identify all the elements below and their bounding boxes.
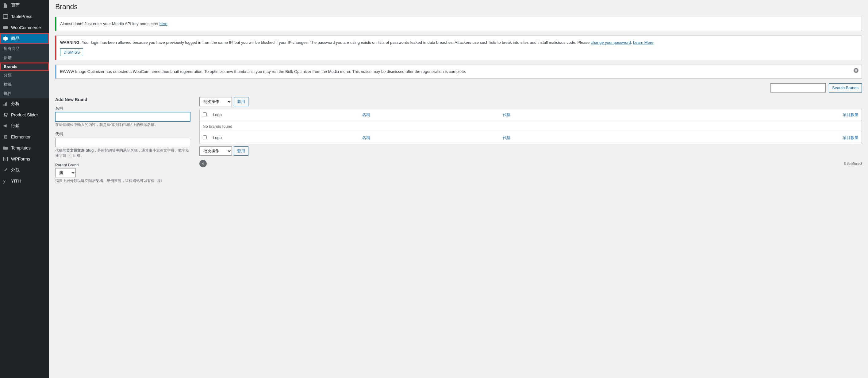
sidebar-item-label: YITH [11, 179, 21, 183]
svg-rect-6 [6, 102, 7, 106]
svg-rect-12 [5, 138, 7, 139]
sidebar-item-marketing[interactable]: 行銷 [0, 121, 49, 131]
folder-icon [2, 145, 8, 151]
brand-slug-input[interactable] [55, 138, 190, 147]
sidebar-item-pages[interactable]: 頁面 [0, 0, 49, 11]
notice-text: Almost done! Just enter your Metrilo API… [60, 22, 159, 26]
sidebar-item-yith[interactable]: y YITH [0, 175, 49, 186]
sidebar-item-elementor[interactable]: Elementor [0, 131, 49, 142]
name-label: 名稱 [55, 106, 190, 111]
change-password-link[interactable]: change your password [591, 40, 631, 45]
svg-rect-11 [5, 137, 7, 138]
submenu-brands[interactable]: Brands [0, 63, 49, 71]
sidebar-item-label: 外觀 [11, 167, 20, 173]
warning-prefix: WARNING: [60, 40, 81, 45]
notice-ewww: EWWW Image Optimizer has detected a WooC… [55, 65, 862, 79]
col-count-foot[interactable]: 項目數量 [842, 135, 859, 140]
form-title: Add New Brand [55, 97, 190, 102]
sidebar-item-label: Product Slider [11, 112, 38, 117]
brands-table: Logo 名稱 代稱 項目數量 No brands found Logo 名稱 … [199, 109, 862, 144]
yith-icon: y [2, 178, 8, 184]
woo-icon [2, 25, 8, 31]
learn-more-link[interactable]: Learn More [633, 40, 653, 45]
notice-warning: WARNING: Your login has been allowed bec… [55, 36, 862, 60]
sidebar-item-label: WooCommerce [11, 25, 41, 30]
cube-icon [2, 36, 8, 42]
parent-brand-select[interactable]: 無 [55, 168, 76, 177]
brush-icon [2, 167, 8, 173]
main-content: Brands Almost done! Just enter your Metr… [49, 0, 868, 378]
search-row: Search Brands [55, 83, 862, 93]
dismiss-button[interactable]: DISMISS [60, 48, 83, 56]
featured-count: 0 featured [844, 161, 862, 166]
megaphone-icon [2, 123, 8, 129]
search-input[interactable] [771, 83, 826, 93]
form-icon [2, 156, 8, 162]
submenu-tags[interactable]: 標籤 [0, 80, 49, 89]
svg-text:y: y [3, 179, 5, 183]
sidebar-item-label: 行銷 [11, 123, 20, 129]
table-icon [2, 13, 8, 20]
apply-button-top[interactable]: 套用 [234, 97, 248, 106]
sidebar-item-label: Elementor [11, 135, 31, 139]
sidebar-item-products[interactable]: 商品 [0, 33, 49, 44]
col-name[interactable]: 名稱 [362, 112, 370, 117]
elementor-icon [2, 134, 8, 140]
page-title: Brands [55, 0, 862, 12]
parent-label: Parent Brand [55, 163, 190, 167]
sidebar-item-label: WPForms [11, 157, 30, 162]
sidebar-item-label: TablePress [11, 14, 32, 19]
name-help: 在這個欄位中輸入的內容，就是這個項目在網站上的顯示名稱。 [55, 122, 190, 128]
ewww-text: EWWW Image Optimizer has detected a WooC… [60, 69, 858, 75]
apply-button-bottom[interactable]: 套用 [234, 146, 248, 156]
close-icon[interactable] [853, 67, 859, 73]
submenu-categories[interactable]: 分類 [0, 71, 49, 80]
sidebar-submenu: 所有商品 新增 Brands 分類 標籤 屬性 [0, 44, 49, 98]
submenu-attributes[interactable]: 屬性 [0, 89, 49, 98]
notice-metrilo: Almost done! Just enter your Metrilo API… [55, 17, 862, 31]
sidebar-item-tablepress[interactable]: TablePress [0, 11, 49, 22]
chart-icon [2, 101, 8, 107]
sidebar-item-woocommerce[interactable]: WooCommerce [0, 22, 49, 33]
select-all-top[interactable] [203, 112, 207, 116]
slug-label: 代稱 [55, 131, 190, 137]
svg-rect-0 [3, 15, 8, 19]
parent-help: 指派上層分類以建立階層架構。舉例來說，這個網站可以有個〈影 [55, 178, 190, 183]
sidebar-item-label: 分析 [11, 101, 20, 107]
svg-rect-5 [5, 103, 6, 106]
add-brand-form: Add New Brand 名稱 在這個欄位中輸入的內容，就是這個項目在網站上的… [55, 97, 190, 188]
svg-rect-10 [5, 135, 7, 136]
metrilo-here-link[interactable]: here [159, 22, 167, 26]
col-count[interactable]: 項目數量 [842, 112, 859, 117]
warning-body: Your login has been allowed because you … [81, 40, 591, 45]
svg-rect-4 [4, 104, 5, 106]
search-brands-button[interactable]: Search Brands [829, 83, 862, 93]
col-name-foot[interactable]: 名稱 [362, 135, 370, 140]
col-logo: Logo [210, 109, 359, 121]
slug-help: 代稱的英文原文為 Slug，是用於網址中的易記名稱，通常由小寫英文字母、數字及連… [55, 148, 190, 158]
svg-rect-9 [4, 135, 5, 139]
page-icon [2, 2, 8, 8]
sidebar-item-label: 頁面 [11, 3, 20, 8]
svg-point-7 [5, 116, 5, 117]
select-all-bottom[interactable] [203, 135, 207, 139]
svg-point-8 [6, 116, 7, 117]
sidebar-item-appearance[interactable]: 外觀 [0, 165, 49, 175]
bulk-action-select-top[interactable]: 批次操作 [199, 97, 232, 106]
back-icon[interactable] [199, 160, 207, 167]
col-slug[interactable]: 代稱 [503, 112, 511, 117]
admin-sidebar: 頁面 TablePress WooCommerce 商品 所有商品 新增 Bra… [0, 0, 49, 378]
empty-row: No brands found [200, 121, 862, 132]
brand-name-input[interactable] [55, 112, 190, 121]
cart-icon [2, 112, 8, 118]
sidebar-item-analytics[interactable]: 分析 [0, 98, 49, 109]
sidebar-item-templates[interactable]: Templates [0, 142, 49, 153]
sidebar-item-label: 商品 [11, 36, 20, 41]
sidebar-item-wpforms[interactable]: WPForms [0, 153, 49, 165]
submenu-all-products[interactable]: 所有商品 [0, 44, 49, 53]
col-logo-foot: Logo [210, 132, 359, 144]
submenu-add-new[interactable]: 新增 [0, 53, 49, 63]
col-slug-foot[interactable]: 代稱 [503, 135, 511, 140]
bulk-action-select-bottom[interactable]: 批次操作 [199, 146, 232, 156]
sidebar-item-product-slider[interactable]: Product Slider [0, 109, 49, 121]
